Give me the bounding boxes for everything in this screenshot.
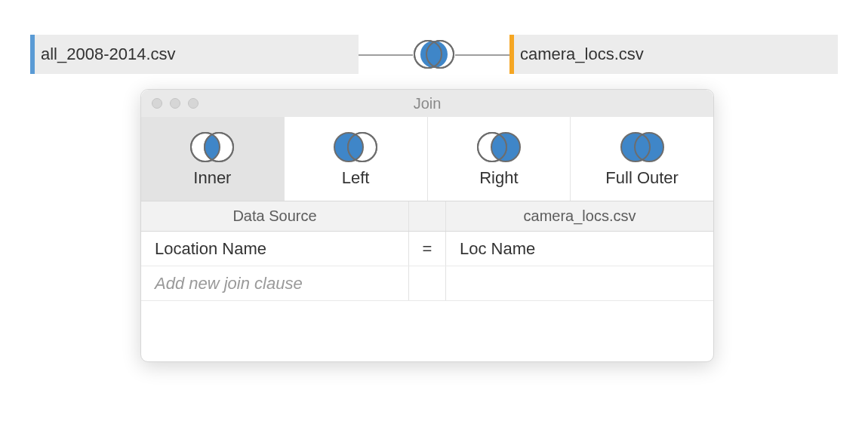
clause-header-op [408,201,446,231]
join-connector[interactable] [359,35,509,74]
datasource-right-label: camera_locs.csv [520,45,644,64]
venn-full-icon [617,131,667,164]
join-type-full[interactable]: Full Outer [571,117,713,201]
join-panel-bottom-padding [141,301,713,361]
zoom-icon[interactable] [188,98,199,109]
datasource-left-label: all_2008-2014.csv [41,45,176,64]
join-type-left-label: Left [342,168,370,188]
datasource-left-accent [30,35,35,74]
clause-header-right: camera_locs.csv [446,201,713,231]
datasource-right-accent [509,35,514,74]
clause-operator-placeholder [408,266,446,300]
clause-header-left: Data Source [141,201,408,231]
clause-left-field[interactable]: Location Name [141,232,408,266]
join-type-left[interactable]: Left [285,117,428,201]
join-panel: Join Inner [140,89,714,362]
join-clause-header: Data Source camera_locs.csv [141,201,713,232]
add-join-clause-label: Add new join clause [141,266,408,300]
clause-right-placeholder [446,266,713,300]
datasource-right[interactable]: camera_locs.csv [509,35,838,74]
join-titlebar: Join [141,90,713,117]
join-type-row: Inner Left [141,117,713,201]
clause-right-field[interactable]: Loc Name [446,232,713,266]
clause-operator: = [408,232,446,266]
join-type-right-label: Right [479,168,518,188]
window-controls [152,98,199,109]
join-type-inner[interactable]: Inner [141,117,285,201]
venn-inner-icon [187,131,237,164]
join-type-right[interactable]: Right [428,117,571,201]
join-clause-row[interactable]: Location Name = Loc Name [141,232,713,266]
venn-left-icon [331,131,380,164]
join-title: Join [141,95,713,112]
join-type-inner-label: Inner [193,168,231,188]
minimize-icon[interactable] [170,98,180,109]
add-join-clause[interactable]: Add new join clause [141,266,713,301]
datasource-left[interactable]: all_2008-2014.csv [30,35,359,74]
join-type-full-label: Full Outer [605,168,679,188]
datasource-row: all_2008-2014.csv camera_locs.csv [30,35,838,74]
close-icon[interactable] [152,98,162,109]
venn-inner-icon [413,38,455,71]
venn-right-icon [474,131,524,164]
